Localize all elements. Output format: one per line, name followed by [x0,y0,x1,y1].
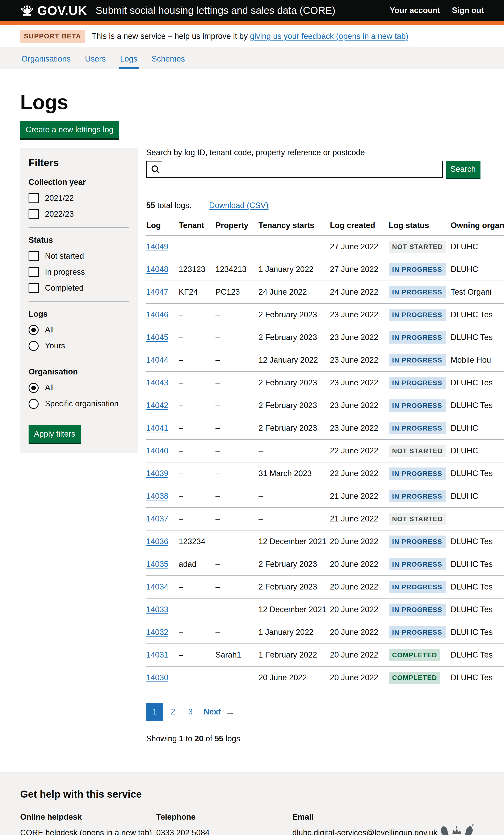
radio-yours[interactable] [28,341,39,351]
sign-out-link[interactable]: Sign out [452,6,484,15]
checkbox-2021-22[interactable] [28,193,39,203]
cell-tenancy-starts: 2 February 2023 [259,326,330,349]
filter-option: Completed [28,283,129,293]
cell-log-created: 27 June 2022 [330,258,389,281]
cell-tenancy-starts: – [259,236,330,258]
cell-tenancy-starts: 12 January 2022 [259,349,330,371]
search-button[interactable]: Search [446,161,481,178]
cell-owning-organisation: DLUHC Tes [451,371,504,394]
search-input[interactable] [162,161,442,177]
status-badge: IN PROGRESS [389,558,446,570]
feedback-link[interactable]: giving us your feedback (opens in a new … [250,32,408,41]
log-id-link[interactable]: 14031 [146,650,168,659]
nav-item-organisations[interactable]: Organisations [20,55,72,69]
log-id-link[interactable]: 14046 [146,310,168,319]
nav-item-schemes[interactable]: Schemes [150,55,186,69]
checkbox-in-progress[interactable] [28,267,39,277]
cell-log-id: 14041 [146,417,179,440]
cell-owning-organisation: DLUHC Tes [451,598,504,621]
apply-filters-button[interactable]: Apply filters [28,425,81,443]
status-badge: IN PROGRESS [389,263,446,276]
log-id-link[interactable]: 14032 [146,628,168,636]
cell-log-id: 14036 [146,530,179,553]
log-id-link[interactable]: 14033 [146,605,168,614]
cell-tenant: – [179,326,216,349]
cell-tenancy-starts: 2 February 2023 [259,394,330,417]
log-id-link[interactable]: 14044 [146,355,168,364]
log-id-link[interactable]: 14049 [146,242,168,251]
log-id-link[interactable]: 14035 [146,560,168,569]
your-account-link[interactable]: Your account [390,6,440,15]
log-id-link[interactable]: 14038 [146,492,168,501]
log-id-link[interactable]: 14042 [146,401,168,410]
search-label: Search by log ID, tenant code, property … [146,148,484,157]
service-name[interactable]: Submit social housing lettings and sales… [96,5,335,16]
col-property: Property [216,221,259,236]
option-label: Yours [45,341,65,350]
search-icon [147,165,162,174]
cell-property: – [216,530,259,553]
radio-all[interactable] [28,383,39,393]
table-row: 14033––12 December 202120 June 2022IN PR… [146,598,504,621]
divider [146,190,481,190]
log-id-link[interactable]: 14039 [146,469,168,478]
cell-tenancy-starts: 1 January 2022 [259,258,330,281]
govuk-logo[interactable]: GOV.UK [20,3,87,18]
radio-all[interactable] [28,325,39,335]
log-id-link[interactable]: 14045 [146,333,168,342]
log-id-link[interactable]: 14048 [146,265,168,273]
telephone-number: 0333 202 5084 [156,828,292,835]
table-row: 14044––12 January 202223 June 2022IN PRO… [146,349,504,371]
checkbox-2022-23[interactable] [28,209,39,219]
email-link[interactable]: dluhc.digital-services@levellingup.gov.u… [292,828,438,835]
filter-group-logs: LogsAllYours [28,309,129,351]
checkbox-completed[interactable] [28,283,39,293]
cell-log-id: 14037 [146,508,179,530]
cell-tenancy-starts: 12 December 2021 [259,530,330,553]
log-id-link[interactable]: 14034 [146,582,168,591]
table-row: 14042––2 February 202323 June 2022IN PRO… [146,394,504,417]
cell-log-status: IN PROGRESS [389,553,451,576]
cell-log-status: IN PROGRESS [389,371,451,394]
checkbox-not-started[interactable] [28,251,39,261]
email-heading: Email [292,813,438,822]
nav-item-users[interactable]: Users [84,55,107,69]
core-helpdesk-link[interactable]: CORE helpdesk (opens in a new tab) [20,828,152,835]
cell-tenant: – [179,666,216,689]
nav-item-logs[interactable]: Logs [119,55,139,69]
cell-owning-organisation: DLUHC Tes [451,394,504,417]
filters-title: Filters [28,157,129,168]
footer-email-column: Email dluhc.digital-services@levellingup… [292,813,438,835]
log-id-link[interactable]: 14043 [146,378,168,387]
pagination-page-3[interactable]: 3 [183,703,198,721]
log-id-link[interactable]: 14036 [146,537,168,546]
cell-log-status: NOT STARTED [389,508,451,530]
status-badge: IN PROGRESS [389,626,446,638]
log-id-link[interactable]: 14037 [146,514,168,523]
cell-tenancy-starts: 20 June 2022 [259,666,330,689]
page-title: Logs [20,91,484,114]
log-id-link[interactable]: 14030 [146,673,168,682]
cell-owning-organisation: DLUHC Tes [451,530,504,553]
create-lettings-log-button[interactable]: Create a new lettings log [20,121,119,138]
arrow-right-icon: → [225,707,235,718]
download-csv-link[interactable]: Download (CSV) [209,201,268,210]
radio-specific-organisation[interactable] [28,399,39,409]
pagination-page-current[interactable]: 1 [146,703,163,721]
cell-log-status: IN PROGRESS [389,417,451,440]
status-badge: IN PROGRESS [389,354,446,366]
pagination-page-2[interactable]: 2 [165,703,181,721]
pagination-next-link[interactable]: Next [203,707,221,716]
cell-property: – [216,417,259,440]
log-id-link[interactable]: 14047 [146,287,168,296]
helpdesk-heading: Online helpdesk [20,813,156,822]
cell-log-status: NOT STARTED [389,440,451,462]
log-id-link[interactable]: 14041 [146,424,168,432]
cell-log-id: 14031 [146,644,179,666]
cell-tenancy-starts: – [259,508,330,530]
log-id-link[interactable]: 14040 [146,446,168,455]
cell-tenant: – [179,371,216,394]
filters-panel: Filters Collection year2021/222022/23Sta… [20,148,138,453]
status-badge: IN PROGRESS [389,581,446,593]
cell-log-status: IN PROGRESS [389,394,451,417]
